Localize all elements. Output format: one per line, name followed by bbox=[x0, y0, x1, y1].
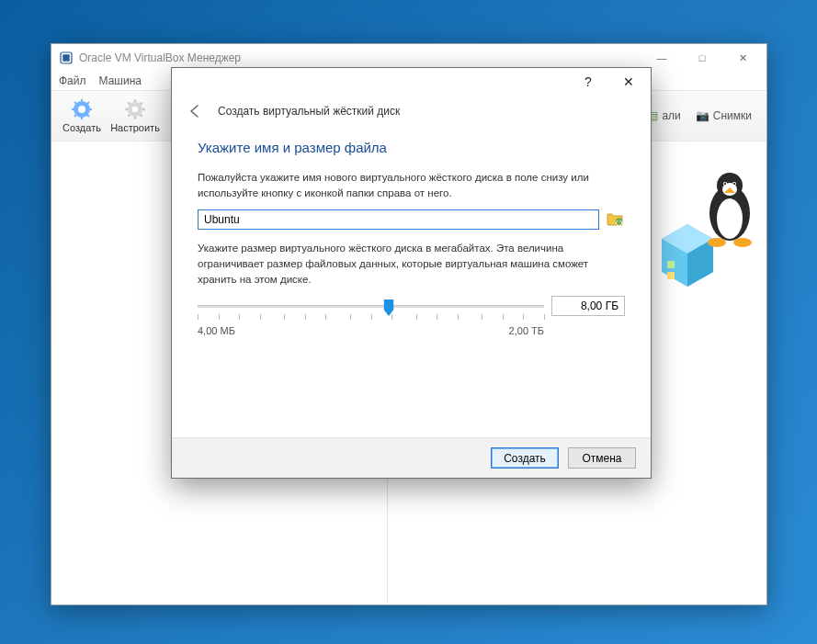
svg-rect-26 bbox=[667, 272, 675, 279]
dialog-header-title: Создать виртуальный жёсткий диск bbox=[218, 105, 400, 118]
svg-rect-25 bbox=[667, 261, 675, 268]
svg-point-28 bbox=[717, 198, 743, 239]
svg-line-20 bbox=[141, 103, 142, 105]
disk-size-slider[interactable] bbox=[198, 298, 625, 314]
dialog-heading: Укажите имя и размер файла bbox=[198, 140, 625, 155]
settings-gear-icon bbox=[124, 98, 146, 120]
main-close-button[interactable]: ✕ bbox=[722, 45, 763, 71]
camera-icon: 📷 bbox=[696, 109, 709, 122]
dialog-name-instructions: Пожалуйста укажите имя нового виртуально… bbox=[198, 170, 625, 200]
folder-icon bbox=[607, 211, 623, 229]
svg-point-37 bbox=[733, 238, 752, 247]
toolbar-details-label-tail: али bbox=[662, 109, 680, 122]
disk-size-input[interactable] bbox=[551, 296, 625, 316]
svg-line-11 bbox=[74, 115, 76, 117]
virtualbox-mascot-image bbox=[656, 167, 759, 296]
disk-name-input[interactable] bbox=[198, 209, 599, 230]
main-maximize-button[interactable]: □ bbox=[682, 45, 722, 71]
dialog-size-instructions: Укажите размер виртуального жёсткого дис… bbox=[198, 241, 625, 287]
svg-line-10 bbox=[87, 102, 89, 104]
slider-max-label: 2,00 ТБ bbox=[509, 325, 544, 336]
svg-line-21 bbox=[129, 115, 130, 117]
svg-point-13 bbox=[132, 107, 138, 112]
dialog-footer: Создать Отмена bbox=[172, 437, 651, 478]
svg-point-34 bbox=[733, 183, 735, 185]
svg-point-36 bbox=[708, 238, 726, 247]
main-window-title: Oracle VM VirtualBox Менеджер bbox=[79, 51, 641, 64]
dialog-help-button[interactable]: ? bbox=[568, 69, 608, 95]
toolbar-snapshots-label: Снимки bbox=[713, 109, 752, 122]
browse-folder-button[interactable] bbox=[605, 209, 625, 230]
toolbar-settings-label: Настроить bbox=[110, 122, 160, 133]
toolbar-snapshots-tab[interactable]: 📷 Снимки bbox=[690, 107, 757, 125]
cancel-button[interactable]: Отмена bbox=[568, 447, 636, 469]
svg-line-8 bbox=[74, 102, 76, 104]
dialog-back-button[interactable] bbox=[185, 101, 205, 121]
new-vm-icon bbox=[71, 98, 93, 120]
create-button[interactable]: Создать bbox=[491, 447, 559, 469]
toolbar-settings-button[interactable]: Настроить bbox=[108, 96, 162, 135]
svg-line-18 bbox=[129, 103, 130, 105]
slider-min-label: 4,00 МБ bbox=[198, 325, 235, 336]
dialog-close-button[interactable]: ✕ bbox=[608, 69, 649, 95]
dialog-header: Создать виртуальный жёсткий диск bbox=[172, 96, 651, 127]
menu-machine[interactable]: Машина bbox=[99, 74, 142, 87]
toolbar-create-label: Создать bbox=[62, 122, 101, 133]
svg-point-33 bbox=[724, 183, 726, 185]
svg-line-19 bbox=[141, 115, 142, 117]
svg-point-3 bbox=[78, 106, 85, 113]
create-disk-dialog: ? ✕ Создать виртуальный жёсткий диск Ука… bbox=[171, 67, 652, 479]
svg-line-9 bbox=[87, 115, 89, 117]
dialog-titlebar[interactable]: ? ✕ bbox=[172, 68, 651, 96]
svg-rect-1 bbox=[62, 54, 69, 61]
virtualbox-app-icon bbox=[59, 51, 74, 65]
slider-ticks bbox=[198, 314, 544, 323]
toolbar-create-button[interactable]: Создать bbox=[55, 96, 108, 135]
menu-file[interactable]: Файл bbox=[59, 74, 86, 87]
